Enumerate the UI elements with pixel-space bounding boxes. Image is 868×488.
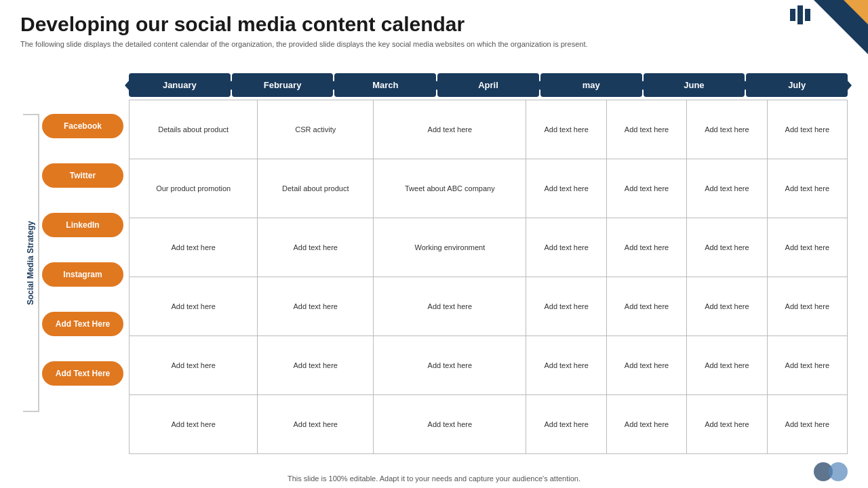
table-cell[interactable]: Add text here <box>374 395 526 454</box>
table-row: Add text hereAdd text hereAdd text hereA… <box>130 277 848 336</box>
table-cell[interactable]: Add text here <box>687 100 767 159</box>
month-header-february: February <box>232 73 334 97</box>
table-row: Our product promotionDetail about produc… <box>130 159 848 218</box>
bottom-logo-circle-2 <box>829 462 848 481</box>
table-cell[interactable]: Add text here <box>526 395 606 454</box>
month-header-march: March <box>334 73 436 97</box>
table-cell[interactable]: Add text here <box>526 218 606 277</box>
table-cell[interactable]: Add text here <box>130 277 258 336</box>
month-header-june: June <box>644 73 745 97</box>
table-cell[interactable]: Add text here <box>767 277 847 336</box>
logo <box>790 5 810 24</box>
page-title: Developing our social media content cale… <box>20 12 848 37</box>
header: Developing our social media content cale… <box>0 0 868 54</box>
platform-label-twitter[interactable]: Twitter <box>42 163 123 188</box>
table-cell[interactable]: Add text here <box>767 218 847 277</box>
bottom-logo <box>814 462 848 481</box>
table-cell[interactable]: Add text here <box>526 100 606 159</box>
vertical-label-wrapper: Social Media Strategy <box>20 73 42 454</box>
table-row: Add text hereAdd text hereWorking enviro… <box>130 218 848 277</box>
calendar-area: JanuaryFebruaryMarchAprilmayJuneJuly Det… <box>129 73 848 454</box>
logo-bar-3 <box>805 9 810 21</box>
table-cell[interactable]: Add text here <box>687 159 767 218</box>
table-cell[interactable]: CSR activity <box>258 100 374 159</box>
table-cell[interactable]: Add text here <box>258 277 374 336</box>
table-cell[interactable]: Add text here <box>258 218 374 277</box>
table-cell[interactable]: Add text here <box>687 336 767 395</box>
table-cell[interactable]: Add text here <box>374 336 526 395</box>
table-cell[interactable]: Add text here <box>767 336 847 395</box>
platform-label-add-text-here[interactable]: Add Text Here <box>42 312 123 336</box>
table-cell[interactable]: Add text here <box>606 277 686 336</box>
table-cell[interactable]: Add text here <box>130 218 258 277</box>
main-content: Social Media Strategy FacebookTwitterLin… <box>20 73 848 454</box>
table-row: Add text hereAdd text hereAdd text hereA… <box>130 336 848 395</box>
row-labels: FacebookTwitterLinkedInInstagramAdd Text… <box>42 73 123 454</box>
table-cell[interactable]: Add text here <box>687 218 767 277</box>
table-cell[interactable]: Add text here <box>767 100 847 159</box>
platform-label-linkedin[interactable]: LinkedIn <box>42 213 123 237</box>
table-cell[interactable]: Add text here <box>258 395 374 454</box>
month-header-january: January <box>129 73 231 97</box>
table-cell[interactable]: Add text here <box>374 100 526 159</box>
month-headers: JanuaryFebruaryMarchAprilmayJuneJuly <box>129 73 848 97</box>
table-cell[interactable]: Add text here <box>526 277 606 336</box>
table-cell[interactable]: Add text here <box>258 336 374 395</box>
table-cell[interactable]: Add text here <box>687 277 767 336</box>
table-cell[interactable]: Add text here <box>606 336 686 395</box>
table-row: Add text hereAdd text hereAdd text hereA… <box>130 395 848 454</box>
table-cell[interactable]: Add text here <box>526 159 606 218</box>
month-header-may: may <box>540 73 642 97</box>
table-cell[interactable]: Our product promotion <box>130 159 258 218</box>
table-row: Details about productCSR activityAdd tex… <box>130 100 848 159</box>
table-cell[interactable]: Working environment <box>374 218 526 277</box>
table-cell[interactable]: Add text here <box>130 336 258 395</box>
table-cell[interactable]: Add text here <box>687 395 767 454</box>
table-cell[interactable]: Add text here <box>526 336 606 395</box>
calendar-table: Details about productCSR activityAdd tex… <box>129 100 848 454</box>
platform-label-add-text-here[interactable]: Add Text Here <box>42 361 123 386</box>
footer: This slide is 100% editable. Adapt it to… <box>0 474 868 483</box>
footer-note: This slide is 100% editable. Adapt it to… <box>288 474 580 483</box>
logo-bar-1 <box>790 9 795 21</box>
table-cell[interactable]: Add text here <box>606 100 686 159</box>
table-cell[interactable]: Detail about product <box>258 159 374 218</box>
month-header-april: April <box>437 73 539 97</box>
platform-label-instagram[interactable]: Instagram <box>42 262 123 287</box>
table-cell[interactable]: Add text here <box>767 395 847 454</box>
table-cell[interactable]: Details about product <box>130 100 258 159</box>
vertical-label: Social Media Strategy <box>23 114 39 412</box>
platform-label-facebook[interactable]: Facebook <box>42 114 123 138</box>
month-header-july: July <box>746 73 848 97</box>
table-cell[interactable]: Add text here <box>130 395 258 454</box>
logo-bar-2 <box>797 5 803 24</box>
table-cell[interactable]: Add text here <box>606 218 686 277</box>
table-cell[interactable]: Tweet about ABC company <box>374 159 526 218</box>
table-cell[interactable]: Add text here <box>606 159 686 218</box>
page-subtitle: The following slide displays the detaile… <box>20 39 848 49</box>
table-cell[interactable]: Add text here <box>606 395 686 454</box>
table-cell[interactable]: Add text here <box>374 277 526 336</box>
table-cell[interactable]: Add text here <box>767 159 847 218</box>
